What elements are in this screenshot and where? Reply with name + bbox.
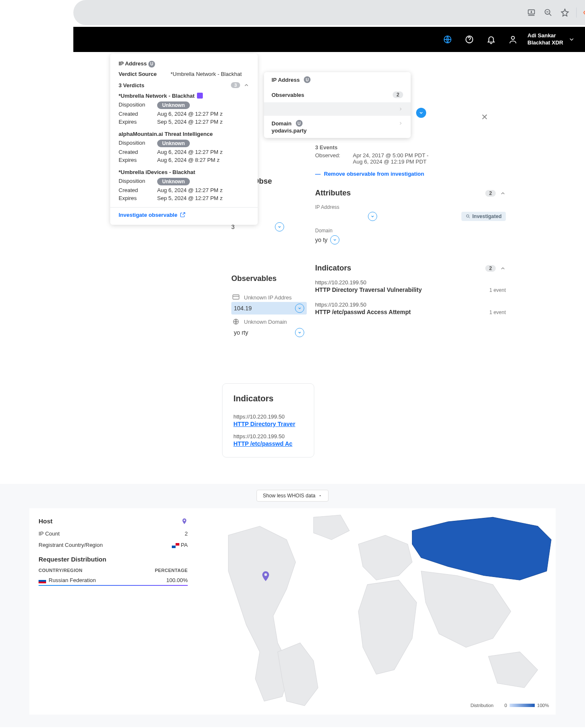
dropdown-item-observables[interactable]: Observables 2 xyxy=(264,87,411,102)
source-tag-icon xyxy=(197,93,203,99)
user-tenant: Blackhat XDR xyxy=(528,39,563,47)
attr-ip-label: IP Address xyxy=(315,204,506,210)
observable-type-domain: Unknown Domain xyxy=(244,319,287,325)
toggle-whois-button[interactable]: Show less WHOIS data xyxy=(256,490,328,502)
whois-host-panel: Host IP Count 2 Registrant Country/Regio… xyxy=(29,508,197,715)
map-legend: Distribution 0 100% xyxy=(471,703,549,708)
observable-domain-row[interactable]: yo rty xyxy=(231,326,307,339)
observables-dropdown: IP AddressU Observables 2 DomainU yodavi… xyxy=(264,72,411,138)
verdict-block-2: alphaMountain.ai Threat Intelligence Dis… xyxy=(119,131,249,163)
investigated-badge: Investigated xyxy=(461,212,506,221)
unknown-badge-icon: U xyxy=(296,120,303,127)
indicator-link-2[interactable]: HTTP /etc/passwd Ac xyxy=(233,440,303,447)
status-check-icon xyxy=(416,108,426,118)
investigate-observable-link[interactable]: Investigate observable xyxy=(119,212,249,218)
indicators-card: Indicators https://10.220.199.50 HTTP Di… xyxy=(222,383,314,458)
svg-rect-10 xyxy=(233,295,239,299)
observable-type-ip: Unknown IP Addres xyxy=(244,294,292,301)
indicator-row[interactable]: https://10.220.199.50 HTTP Directory Tra… xyxy=(315,279,506,293)
observables-heading: Observables xyxy=(231,274,277,283)
whois-section: Show less WHOIS data Host IP Count 2 Reg… xyxy=(0,484,585,727)
user-menu[interactable]: Adi Sankar Blackhat XDR xyxy=(528,32,575,47)
svg-point-9 xyxy=(511,36,514,39)
indicator-url-2: https://10.220.199.50 xyxy=(233,433,303,439)
flag-ru-icon xyxy=(39,578,46,583)
remove-observable-link[interactable]: — Remove observable from investigation xyxy=(315,171,506,177)
indicator-link-1[interactable]: HTTP Directory Traver xyxy=(233,421,303,427)
observable-domain-value: yo rty xyxy=(234,329,248,336)
browser-toolbar xyxy=(73,0,585,25)
details-panel: 3 Events Observed: Apr 24, 2017 @ 5:00 P… xyxy=(315,144,506,324)
eye-extension-icon[interactable] xyxy=(583,8,585,17)
indicators-title: Indicators xyxy=(233,394,303,403)
ip-count-value: 2 xyxy=(185,530,188,537)
verdict-source-label: Verdict Source xyxy=(119,71,162,77)
expand-obs-ip[interactable] xyxy=(295,304,304,313)
svg-point-12 xyxy=(466,215,469,217)
user-icon[interactable] xyxy=(508,35,518,44)
ip-label: IP Address xyxy=(119,60,147,67)
dropdown-item-domain[interactable]: DomainU xyxy=(264,116,411,127)
indicators-panel-title: Indicators xyxy=(315,264,351,273)
verdicts-title: 3 Verdicts xyxy=(119,82,144,88)
attr-domain-label: Domain xyxy=(315,228,506,234)
observed-label: Observed: xyxy=(315,152,349,165)
registrant-value: PA xyxy=(181,542,188,548)
help-icon[interactable] xyxy=(465,35,474,44)
observable-ip-value: 104.19 xyxy=(234,305,252,312)
ip-count-label: IP Count xyxy=(39,530,60,537)
verdicts-count: 3 xyxy=(231,82,240,88)
unknown-badge-icon: U xyxy=(304,76,311,83)
dropdown-item-ip[interactable]: IP AddressU xyxy=(264,72,411,87)
install-icon[interactable] xyxy=(527,8,536,17)
attr-domain-value: yo ty xyxy=(315,237,328,243)
user-name: Adi Sankar xyxy=(528,32,563,39)
requester-dist-title: Requester Distribution xyxy=(39,556,188,563)
th-country: COUNTRY/REGION xyxy=(39,568,83,573)
events-count: 3 Events xyxy=(315,144,506,151)
location-pin-icon xyxy=(181,518,188,525)
ip-verdict-card: IP AddressU Verdict Source *Umbrella Net… xyxy=(110,54,258,225)
collapse-verdicts-button[interactable] xyxy=(243,82,249,88)
registrant-label: Registrant Country/Region xyxy=(39,542,103,548)
expand-attr-domain[interactable] xyxy=(330,235,339,244)
th-percent: PERCENTAGE xyxy=(155,568,188,573)
zoom-icon[interactable] xyxy=(544,8,553,17)
globe-icon[interactable] xyxy=(443,35,452,44)
world-map[interactable]: Distribution 0 100% xyxy=(197,508,556,715)
expand-obs-domain[interactable] xyxy=(295,328,304,337)
verdict-source-value: *Umbrella Network - Blackhat xyxy=(171,71,242,77)
unknown-badge-icon: U xyxy=(148,61,155,68)
close-button[interactable]: ✕ xyxy=(481,112,488,122)
dropdown-selected-row[interactable] xyxy=(264,102,411,116)
verdict-block-1: *Umbrella Network - Blackhat Disposition… xyxy=(119,93,249,125)
bell-icon[interactable] xyxy=(487,35,496,44)
verdict-block-3: *Umbrella iDevices - Blackhat Dispositio… xyxy=(119,169,249,201)
indicator-url-1: https://10.220.199.50 xyxy=(233,413,303,420)
attributes-title: Attributes xyxy=(315,189,351,198)
collapse-indicators-button[interactable] xyxy=(500,265,506,271)
host-location-pin-icon xyxy=(260,570,272,582)
collapse-attributes-button[interactable] xyxy=(500,190,506,196)
flag-pa-icon xyxy=(172,543,179,548)
app-header: Adi Sankar Blackhat XDR xyxy=(73,27,585,52)
host-title: Host xyxy=(39,517,52,525)
dropdown-domain-value: yodavis.party xyxy=(264,127,411,138)
expand-attr-ip[interactable] xyxy=(368,212,377,221)
indicator-row[interactable]: https://10.220.199.50 HTTP /etc/passwd A… xyxy=(315,302,506,315)
distribution-row: Russian Federation 100.00% xyxy=(39,577,188,586)
star-icon[interactable] xyxy=(560,8,569,17)
observable-ip-row[interactable]: 104.19 xyxy=(231,302,307,315)
expand-asset-button[interactable] xyxy=(275,222,284,231)
